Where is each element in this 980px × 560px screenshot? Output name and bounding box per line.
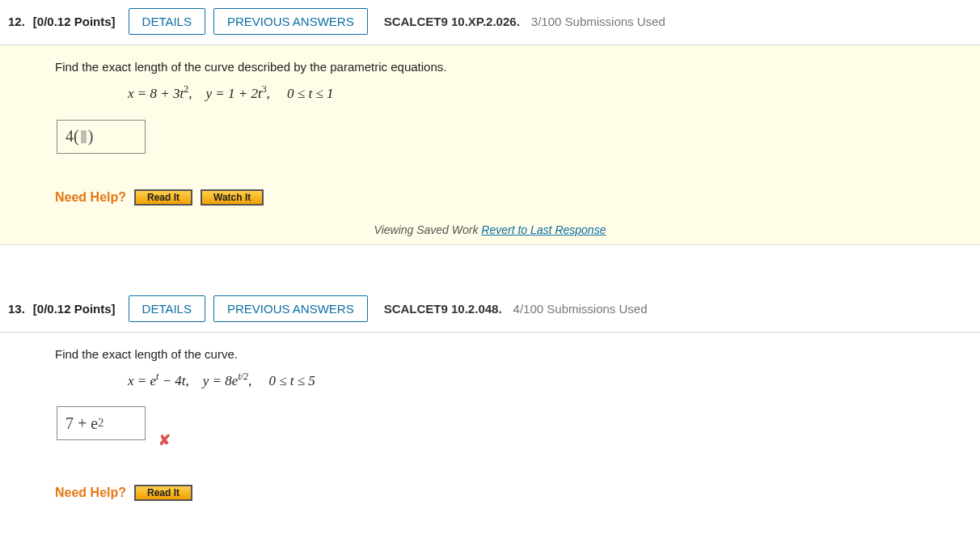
revert-link[interactable]: Revert to Last Response bbox=[481, 223, 606, 236]
need-help-label: Need Help? bbox=[55, 190, 126, 205]
prompt-text: Find the exact length of the curve. bbox=[55, 347, 980, 361]
eq-part: x = 8 + 3t bbox=[128, 86, 184, 101]
eq-part: x = e bbox=[128, 372, 156, 388]
submissions-used: 4/100 Submissions Used bbox=[513, 302, 648, 316]
prompt-text: Find the exact length of the curve descr… bbox=[55, 60, 980, 74]
points: [0/0.12 Points] bbox=[33, 15, 116, 28]
read-it-button[interactable]: Read It bbox=[134, 485, 192, 501]
read-it-button[interactable]: Read It bbox=[134, 189, 192, 206]
previous-answers-button[interactable]: PREVIOUS ANSWERS bbox=[213, 8, 368, 35]
answer-text: 4( bbox=[65, 127, 79, 146]
question-ref: SCALCET9 10.2.048. bbox=[384, 302, 502, 316]
question-13: 13. [0/0.12 Points] DETAILS PREVIOUS ANS… bbox=[0, 287, 980, 512]
answer-input[interactable]: 4() bbox=[57, 120, 146, 154]
need-help-label: Need Help? bbox=[55, 486, 126, 500]
saved-work-bar: Viewing Saved Work Revert to Last Respon… bbox=[0, 217, 980, 244]
answer-text: ) bbox=[88, 127, 94, 146]
submissions-used: 3/100 Submissions Used bbox=[531, 15, 665, 28]
equation: x = et − 4t, y = 8et/2, 0 ≤ t ≤ 5 bbox=[128, 371, 980, 389]
question-12: 12. [0/0.12 Points] DETAILS PREVIOUS ANS… bbox=[0, 0, 980, 245]
need-help-row: Need Help? Read It Watch It bbox=[55, 189, 980, 206]
question-body: Find the exact length of the curve descr… bbox=[0, 45, 980, 217]
answer-text: 7 + e bbox=[65, 414, 98, 433]
eq-part: , 0 ≤ t ≤ 5 bbox=[248, 372, 315, 388]
caret-icon bbox=[81, 130, 87, 143]
incorrect-icon: ✘ bbox=[158, 431, 171, 449]
watch-it-button[interactable]: Watch It bbox=[201, 189, 264, 206]
question-body: Find the exact length of the curve. x = … bbox=[0, 333, 980, 512]
spacer bbox=[0, 245, 980, 287]
question-number: 12. bbox=[8, 15, 25, 28]
answer-input[interactable]: 7 + e2 bbox=[57, 406, 146, 440]
eq-part: , 0 ≤ t ≤ 1 bbox=[267, 86, 334, 101]
saved-work-text: Viewing Saved Work bbox=[374, 223, 482, 236]
question-header: 13. [0/0.12 Points] DETAILS PREVIOUS ANS… bbox=[0, 287, 980, 333]
equation: x = 8 + 3t2, y = 1 + 2t3, 0 ≤ t ≤ 1 bbox=[128, 83, 980, 102]
points: [0/0.12 Points] bbox=[33, 302, 116, 316]
eq-part: − 4t, y = 8e bbox=[158, 372, 238, 388]
details-button[interactable]: DETAILS bbox=[129, 295, 205, 322]
eq-part: , y = 1 + 2t bbox=[188, 86, 261, 101]
question-header: 12. [0/0.12 Points] DETAILS PREVIOUS ANS… bbox=[0, 0, 980, 45]
question-ref: SCALCET9 10.XP.2.026. bbox=[384, 15, 520, 28]
details-button[interactable]: DETAILS bbox=[129, 8, 205, 35]
previous-answers-button[interactable]: PREVIOUS ANSWERS bbox=[213, 295, 368, 322]
need-help-row: Need Help? Read It bbox=[55, 485, 980, 501]
question-number: 13. bbox=[8, 302, 25, 316]
